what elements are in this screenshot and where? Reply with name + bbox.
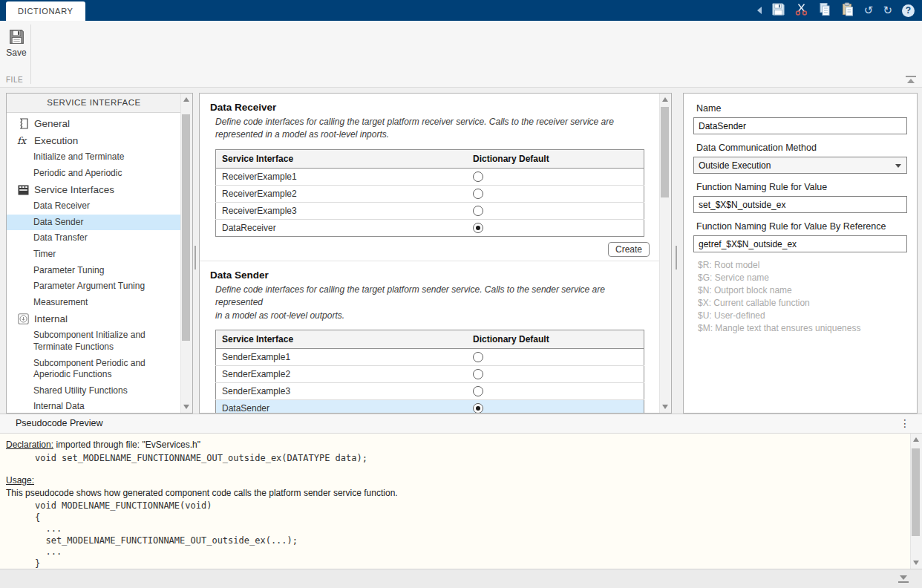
table-row[interactable]: ReceiverExample1 (216, 168, 644, 185)
pseudocode-preview-content: Declaration: imported through file: "EvS… (0, 434, 922, 569)
help-icon[interactable]: ? (902, 4, 915, 17)
undo-icon[interactable]: ↺ (864, 5, 874, 16)
section-title: Data Sender (210, 270, 650, 281)
table-row[interactable]: ReceiverExample2 (216, 185, 644, 202)
tree-item-measurement[interactable]: Measurement (7, 295, 181, 311)
left-splitter-handle[interactable] (194, 246, 196, 270)
pseudocode-preview-title: Pseudocode Preview (16, 418, 102, 428)
naming-token-hints: $R: Root model $G: Service name $N: Outp… (698, 259, 907, 335)
radio-dictionary-default[interactable] (473, 189, 483, 199)
pseudocode-preview-header: Pseudocode Preview ⋮ (0, 414, 922, 434)
name-label: Name (696, 103, 907, 114)
tree-item-service-interfaces[interactable]: Service Interfaces (7, 181, 181, 198)
cut-icon[interactable] (795, 2, 808, 19)
main-panel-scrollbar[interactable] (659, 94, 671, 413)
section-description: Define code interfaces for calling the t… (215, 116, 650, 142)
right-splitter-handle[interactable] (676, 246, 677, 270)
service-interfaces-icon (17, 185, 29, 195)
scroll-down-icon[interactable] (183, 405, 189, 409)
column-dictionary-default: Dictionary Default (467, 330, 644, 348)
tree-item-data-receiver[interactable]: Data Receiver (7, 198, 181, 215)
radio-dictionary-default-selected[interactable] (473, 223, 483, 233)
tab-dictionary[interactable]: DICTIONARY (6, 1, 85, 21)
tree-item-subcomponent-periodic-aperiodic[interactable]: Subcomponent Periodic and Aperiodic Func… (7, 356, 181, 383)
table-row-selected[interactable]: DataSender (216, 399, 644, 413)
toolstrip: Save FILE (0, 21, 922, 88)
tree-item-timer[interactable]: Timer (7, 246, 181, 263)
tree-item-initialize-and-terminate[interactable]: Initialize and Terminate (7, 149, 181, 166)
save-floppy-icon (4, 28, 29, 48)
table-header-row: Service Interface Dictionary Default (216, 149, 644, 168)
bottom-status-strip (0, 569, 922, 588)
usage-label: Usage: (6, 475, 904, 486)
tree-item-shared-utility-functions[interactable]: Shared Utility Functions (7, 383, 181, 399)
function-naming-rule-value-input[interactable] (693, 196, 907, 213)
tree-item-data-transfer[interactable]: Data Transfer (7, 230, 181, 246)
save-button-label: Save (6, 48, 26, 58)
table-row[interactable]: SenderExample2 (216, 365, 644, 382)
tree-item-general[interactable]: General (7, 115, 181, 132)
quick-access-toolbar: ↺ ↻ ? (757, 0, 915, 21)
column-service-interface: Service Interface (216, 149, 468, 168)
data-receiver-section: Data Receiver Define code interfaces for… (200, 94, 660, 257)
table-header-row: Service Interface Dictionary Default (216, 330, 644, 348)
scroll-down-icon[interactable] (662, 405, 668, 409)
tree-item-data-sender[interactable]: Data Sender (7, 215, 181, 231)
tree-item-parameter-tuning[interactable]: Parameter Tuning (7, 263, 181, 279)
collapse-panel-down-icon[interactable] (898, 575, 909, 583)
scroll-up-icon[interactable] (183, 97, 189, 102)
kebab-menu-icon[interactable]: ⋮ (900, 417, 910, 429)
service-interface-tree-panel: SERVICE INTERFACE General fx Execution I… (6, 93, 193, 414)
table-row[interactable]: SenderExample3 (216, 382, 644, 399)
create-receiver-button[interactable]: Create (608, 242, 650, 257)
tree-item-internal[interactable]: Internal (7, 310, 181, 327)
pseudocode-scrollbar[interactable] (910, 434, 922, 569)
tree-item-parameter-argument-tuning[interactable]: Parameter Argument Tuning (7, 278, 181, 295)
tree-item-internal-data[interactable]: Internal Data (7, 399, 181, 413)
general-icon (17, 118, 29, 129)
declaration-code: void set_MODELNAME_FUNCTIONNAME_OUT_outs… (6, 453, 904, 463)
tree-item-periodic-and-aperiodic[interactable]: Periodic and Aperiodic (7, 166, 181, 182)
radio-dictionary-default[interactable] (473, 386, 483, 396)
declaration-text: imported through file: "EvServices.h" (56, 440, 200, 450)
save-button[interactable]: Save (4, 28, 29, 58)
section-description: Define code interfaces for calling the t… (215, 284, 650, 322)
scroll-up-icon[interactable] (913, 437, 919, 442)
scroll-thumb[interactable] (912, 448, 920, 536)
section-title: Data Receiver (210, 102, 650, 113)
data-sender-section: Data Sender Define code interfaces for c… (200, 261, 660, 413)
scroll-up-icon[interactable] (662, 97, 668, 102)
table-row[interactable]: SenderExample1 (216, 348, 644, 365)
radio-dictionary-default-selected[interactable] (473, 403, 483, 413)
table-row[interactable]: ReceiverExample3 (216, 202, 644, 219)
data-communication-method-dropdown[interactable]: Outside Execution (693, 157, 907, 174)
radio-dictionary-default[interactable] (473, 352, 483, 362)
collapse-toolstrip-icon[interactable] (906, 76, 916, 83)
title-bar: DICTIONARY (0, 0, 922, 21)
table-row[interactable]: DataReceiver (216, 219, 644, 236)
declaration-label: Declaration: (6, 440, 53, 450)
radio-dictionary-default[interactable] (473, 369, 483, 379)
file-section-label: FILE (6, 76, 23, 84)
fx-icon: fx (17, 135, 29, 146)
function-naming-rule-ref-input[interactable] (693, 235, 907, 252)
copy-icon[interactable] (818, 2, 831, 19)
dropdown-value: Outside Execution (699, 160, 771, 171)
paste-icon[interactable] (841, 2, 854, 19)
column-service-interface: Service Interface (216, 330, 468, 348)
function-naming-rule-value-label: Function Naming Rule for Value (696, 182, 907, 192)
redo-icon[interactable]: ↻ (883, 5, 892, 16)
scroll-thumb[interactable] (661, 107, 669, 197)
scroll-thumb[interactable] (182, 114, 190, 341)
save-icon[interactable] (771, 2, 785, 19)
tree-item-subcomponent-init-terminate[interactable]: Subcomponent Initialize and Terminate Fu… (7, 327, 181, 355)
internal-icon (17, 313, 29, 324)
toolbar-overflow-left-icon[interactable] (757, 7, 762, 14)
properties-panel: Name Data Communication Method Outside E… (683, 93, 918, 414)
tree-item-execution[interactable]: fx Execution (7, 132, 181, 149)
sidebar-scrollbar[interactable] (180, 94, 192, 413)
name-input[interactable] (693, 117, 907, 134)
radio-dictionary-default[interactable] (473, 172, 483, 182)
radio-dictionary-default[interactable] (473, 206, 483, 216)
scroll-down-icon[interactable] (913, 561, 919, 565)
